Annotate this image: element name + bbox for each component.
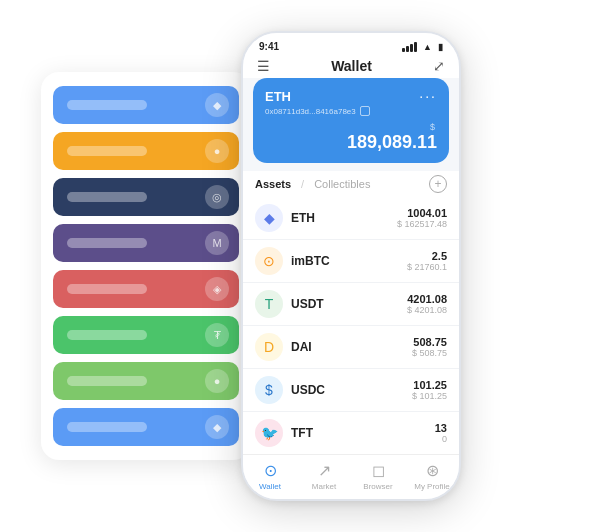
asset-row[interactable]: TUSDT4201.08$ 4201.08 [243,283,459,326]
add-asset-button[interactable]: + [429,175,447,193]
bottom-nav-browser[interactable]: ◻Browser [351,461,405,491]
eth-card-balance: 189,089.11 [265,132,437,153]
eth-card-address: 0x08711d3d...8416a78e3 [265,106,437,116]
card-item[interactable]: ◎ [53,178,239,216]
wifi-icon: ▲ [423,42,432,52]
asset-amount-primary: 4201.08 [407,293,447,305]
card-item[interactable]: ● [53,132,239,170]
asset-row[interactable]: 🐦TFT130 [243,412,459,454]
card-item[interactable]: ◆ [53,408,239,446]
card-item[interactable]: M [53,224,239,262]
asset-icon-dai: D [255,333,283,361]
tab-collectibles[interactable]: Collectibles [314,178,370,190]
menu-icon[interactable]: ☰ [257,58,270,74]
eth-balance-currency: $ [265,122,435,132]
asset-amounts: 508.75$ 508.75 [412,336,447,358]
card-item[interactable]: ● [53,362,239,400]
asset-amounts: 101.25$ 101.25 [412,379,447,401]
bottom-nav-icon-1: ↗ [318,461,331,480]
eth-card-header: ETH ··· [265,88,437,104]
asset-amount-primary: 101.25 [412,379,447,391]
asset-row[interactable]: $USDC101.25$ 101.25 [243,369,459,412]
asset-amount-secondary: $ 4201.08 [407,305,447,315]
eth-card-title: ETH [265,89,291,104]
scene: ◆●◎M◈₮●◆ 9:41 ▲ ▮ ☰ Wallet ⤢ [21,16,581,516]
asset-amounts: 4201.08$ 4201.08 [407,293,447,315]
asset-amount-primary: 2.5 [407,250,447,262]
eth-card[interactable]: ETH ··· 0x08711d3d...8416a78e3 $ 189,089… [253,78,449,163]
wallet-title: Wallet [331,58,372,74]
copy-icon[interactable] [360,106,370,116]
time-label: 9:41 [259,41,279,52]
asset-amounts: 2.5$ 21760.1 [407,250,447,272]
asset-name: USDC [291,383,412,397]
asset-name: imBTC [291,254,407,268]
asset-amount-primary: 508.75 [412,336,447,348]
asset-row[interactable]: ◆ETH1004.01$ 162517.48 [243,197,459,240]
bottom-nav-market[interactable]: ↗Market [297,461,351,491]
asset-amount-secondary: $ 508.75 [412,348,447,358]
bottom-nav-label: My Profile [414,482,450,491]
tab-divider: / [301,178,304,190]
bottom-nav-icon-3: ⊛ [426,461,439,480]
asset-row[interactable]: ⊙imBTC2.5$ 21760.1 [243,240,459,283]
eth-card-menu[interactable]: ··· [419,88,437,104]
asset-icon-usdt: T [255,290,283,318]
asset-amount-primary: 13 [435,422,447,434]
battery-icon: ▮ [438,42,443,52]
tab-assets[interactable]: Assets [255,178,291,190]
phone-frame: 9:41 ▲ ▮ ☰ Wallet ⤢ ETH ··· [241,31,461,501]
asset-name: ETH [291,211,397,225]
asset-name: USDT [291,297,407,311]
signal-icon [402,42,417,52]
asset-amount-secondary: $ 21760.1 [407,262,447,272]
card-item[interactable]: ◈ [53,270,239,308]
bottom-nav-label: Browser [363,482,392,491]
asset-icon-usdc: $ [255,376,283,404]
bottom-nav-my-profile[interactable]: ⊛My Profile [405,461,459,491]
asset-amount-secondary: $ 162517.48 [397,219,447,229]
card-stack: ◆●◎M◈₮●◆ [41,72,251,460]
bottom-nav-wallet[interactable]: ⊙Wallet [243,461,297,491]
asset-name: TFT [291,426,435,440]
asset-amounts: 1004.01$ 162517.48 [397,207,447,229]
assets-header: Assets / Collectibles + [243,171,459,197]
asset-amounts: 130 [435,422,447,444]
card-item[interactable]: ₮ [53,316,239,354]
bottom-nav-label: Market [312,482,336,491]
asset-amount-primary: 1004.01 [397,207,447,219]
status-icons: ▲ ▮ [402,42,443,52]
asset-icon-tft: 🐦 [255,419,283,447]
asset-list: ◆ETH1004.01$ 162517.48⊙imBTC2.5$ 21760.1… [243,197,459,454]
card-item[interactable]: ◆ [53,86,239,124]
status-bar: 9:41 ▲ ▮ [243,33,459,54]
assets-tabs: Assets / Collectibles [255,178,370,190]
asset-name: DAI [291,340,412,354]
asset-icon-imbtc: ⊙ [255,247,283,275]
asset-icon-eth: ◆ [255,204,283,232]
expand-icon[interactable]: ⤢ [433,58,445,74]
bottom-nav-label: Wallet [259,482,281,491]
asset-row[interactable]: DDAI508.75$ 508.75 [243,326,459,369]
bottom-nav-icon-2: ◻ [372,461,385,480]
asset-amount-secondary: 0 [435,434,447,444]
bottom-nav-icon-0: ⊙ [264,461,277,480]
nav-bar: ☰ Wallet ⤢ [243,54,459,78]
bottom-nav: ⊙Wallet↗Market◻Browser⊛My Profile [243,454,459,499]
asset-amount-secondary: $ 101.25 [412,391,447,401]
